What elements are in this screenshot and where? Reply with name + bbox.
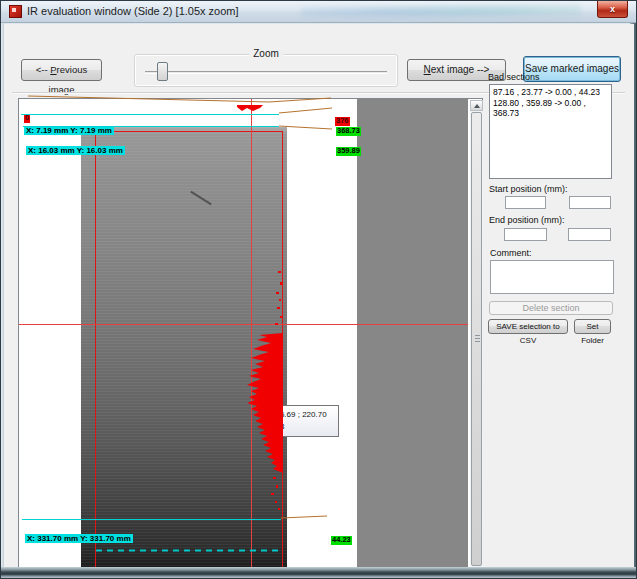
measure-label-p1: X: 7.19 mm Y: 7.19 mm: [24, 126, 114, 135]
start-position-x-field[interactable]: [505, 196, 546, 209]
start-position-y-field[interactable]: [569, 196, 611, 209]
sheet-boundary-marker: [95, 131, 283, 576]
list-item[interactable]: 128.80 , 359.89 -> 0.00 , 368.73: [493, 98, 608, 119]
value-label-368: 368.73: [336, 127, 361, 136]
arrow-up-icon: [474, 104, 480, 108]
end-position-x-field[interactable]: [504, 228, 547, 241]
crosshair-horizontal-line: [19, 324, 468, 325]
zoom-slider-thumb[interactable]: [157, 62, 168, 81]
window-title: IR evaluation window (Side 2) [1.05x zoo…: [27, 5, 239, 17]
value-label-376: 376: [335, 117, 350, 126]
image-viewer[interactable]: X: 7.19 mm Y: 7.19 mm X: 16.03 mm Y: 16.…: [18, 98, 483, 579]
out-of-scan-band: [357, 99, 468, 570]
window-frame-bottom: [1, 567, 637, 578]
zoom-groupbox: Zoom: [134, 54, 398, 87]
set-folder-button[interactable]: Set Folder: [574, 319, 611, 334]
value-label-44: 44.23: [331, 536, 352, 545]
tooltip-value: 128: [271, 421, 334, 433]
comment-label: Comment:: [490, 248, 532, 258]
measure-label-p2: X: 16.03 mm Y: 16.03 mm: [26, 146, 125, 155]
end-position-y-field[interactable]: [568, 228, 611, 241]
thumb-gripper: [475, 335, 480, 343]
title-bar[interactable]: IR evaluation window (Side 2) [1.05x zoo…: [1, 1, 637, 23]
titlebar-glass-reflection: [301, 3, 581, 21]
delete-section-button[interactable]: Delete section: [489, 301, 613, 315]
close-button[interactable]: x: [597, 1, 628, 18]
bad-sections-listbox[interactable]: 87.16 , 23.77 -> 0.00 , 44.23 128.80 , 3…: [489, 84, 612, 179]
ir-evaluation-window: IR evaluation window (Side 2) [1.05x zoo…: [0, 0, 637, 579]
cursor-tooltip: 126.69 ; 220.70 128: [266, 405, 339, 437]
viewer-vertical-scrollbar[interactable]: [470, 100, 483, 578]
previous-image-button[interactable]: <-- Previous image: [21, 59, 102, 81]
zoom-group-label: Zoom: [249, 48, 283, 59]
value-label-359: 359.89: [336, 147, 361, 156]
scroll-up-button[interactable]: [470, 100, 483, 111]
end-position-label: End position (mm):: [489, 215, 565, 225]
origin-label: 0: [24, 114, 30, 123]
save-selection-to-csv-button[interactable]: SAVE selection to CSV: [488, 319, 568, 334]
list-item[interactable]: 87.16 , 23.77 -> 0.00 , 44.23: [493, 87, 608, 98]
bad-sections-label: Bad sections: [488, 72, 540, 82]
client-area: <-- Previous image Zoom Next image --> S…: [4, 24, 634, 569]
crosshair-vertical-line: [251, 99, 252, 577]
measure-label-p3: X: 331.70 mm Y: 331.70 mm: [25, 534, 133, 543]
close-icon: x: [610, 4, 615, 14]
tooltip-coordinates: 126.69 ; 220.70: [271, 409, 334, 421]
app-icon: [9, 5, 22, 18]
comment-field[interactable]: [490, 260, 614, 294]
zoom-slider-track[interactable]: [145, 71, 387, 74]
vertical-scroll-thumb[interactable]: [471, 112, 482, 566]
start-position-label: Start position (mm):: [489, 184, 568, 194]
